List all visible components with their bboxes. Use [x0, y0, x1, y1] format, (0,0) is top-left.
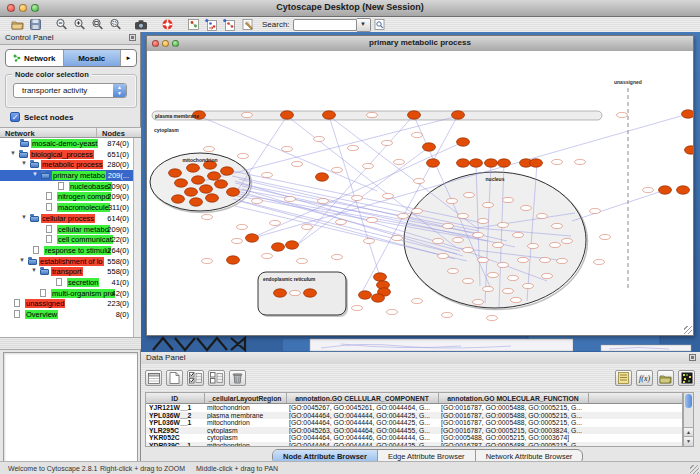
open-file-button[interactable]	[10, 18, 24, 31]
network-node[interactable]	[281, 111, 294, 119]
network-node-label[interactable]	[442, 312, 453, 317]
network-node-label[interactable]	[262, 253, 273, 258]
network-node[interactable]	[175, 179, 188, 187]
table-row[interactable]: YJR121W__1mitochondrion[GO:0045267, GO:0…	[146, 404, 683, 412]
scroll-down-icon[interactable]: ▼	[684, 436, 693, 446]
network-node-label[interactable]	[513, 232, 524, 237]
network-node[interactable]	[206, 194, 219, 202]
network-node-label[interactable]	[463, 247, 474, 252]
zoom-out-button[interactable]	[54, 18, 68, 31]
tree-row[interactable]: cell communicat22(0)	[0, 234, 133, 245]
network-node-label[interactable]	[473, 232, 484, 237]
network-node-label[interactable]	[503, 288, 514, 293]
network-node-label[interactable]	[352, 305, 363, 310]
network-node-label[interactable]	[447, 198, 458, 203]
network-node[interactable]	[530, 159, 543, 167]
network-node-label[interactable]	[348, 145, 359, 150]
network-node[interactable]	[682, 110, 694, 118]
network-node[interactable]	[408, 111, 421, 119]
network-merge-button[interactable]	[204, 18, 218, 31]
network-node[interactable]	[659, 186, 672, 194]
network-node-label[interactable]	[562, 238, 573, 243]
table-column-header[interactable]: annotation.GO CELLULAR_COMPONENT	[286, 393, 438, 404]
network-node-label[interactable]	[433, 238, 444, 243]
network-node-label[interactable]	[575, 159, 586, 164]
network-node[interactable]	[274, 289, 287, 297]
network-node-label[interactable]	[488, 272, 499, 277]
network-node-label[interactable]	[292, 161, 303, 166]
network-canvas[interactable]: plasma membranecytoplasmmitochondrionnuc…	[147, 51, 693, 335]
zoom-fit-button[interactable]	[90, 18, 104, 31]
network-node-label[interactable]	[464, 192, 475, 197]
save-button[interactable]	[28, 18, 42, 31]
network-node-label[interactable]	[290, 290, 301, 295]
float-panel-icon[interactable]	[129, 34, 136, 41]
network-style-button[interactable]	[222, 18, 236, 31]
tab-overflow-arrow-icon[interactable]: ►	[121, 50, 136, 66]
network-node[interactable]	[316, 173, 329, 181]
network-node-label[interactable]	[463, 278, 474, 283]
formula-button[interactable]: f(x)	[636, 370, 653, 386]
network-node-label[interactable]	[414, 178, 425, 183]
search-dropdown-button[interactable]: ▼	[357, 18, 371, 32]
float-panel-icon[interactable]	[689, 354, 696, 361]
tree-row[interactable]: response to stimulu264(0)	[0, 245, 133, 256]
network-node-label[interactable]	[387, 309, 398, 314]
network-node-label[interactable]	[523, 283, 534, 288]
network-node-label[interactable]	[487, 315, 498, 320]
select-nodes-checkbox[interactable]: ✓	[10, 112, 20, 122]
network-node[interactable]	[192, 176, 205, 184]
tree-row[interactable]: Overview8(0)	[0, 309, 133, 320]
annotation-button[interactable]	[186, 18, 200, 31]
network-node-label[interactable]	[242, 112, 253, 117]
network-node-label[interactable]	[202, 258, 213, 263]
network-node-label[interactable]	[473, 299, 484, 304]
network-node-label[interactable]	[412, 208, 423, 213]
network-node-label[interactable]	[590, 208, 601, 213]
tree-column-nodes[interactable]: Nodes	[97, 128, 125, 137]
network-node[interactable]	[372, 294, 385, 302]
network-node-label[interactable]	[521, 205, 532, 210]
tree-row[interactable]: ▼cellular process614(0)	[0, 213, 133, 224]
table-row[interactable]: YKR052Ccytoplasm[GO:0044464, GO:0044446,…	[146, 434, 683, 442]
network-node[interactable]	[423, 143, 436, 151]
network-node-label[interactable]	[518, 257, 529, 262]
window-titlebar[interactable]: Cytoscape Desktop (New Session)	[0, 0, 700, 17]
matrix-browser-button[interactable]	[678, 370, 695, 386]
network-node[interactable]	[323, 111, 336, 119]
search-options-button[interactable]	[373, 18, 387, 31]
network-node-label[interactable]	[540, 257, 551, 262]
network-node-label[interactable]	[448, 268, 459, 273]
network-window-titlebar[interactable]: primary metabolic process	[147, 36, 693, 52]
network-node-label[interactable]	[600, 234, 611, 239]
network-node[interactable]	[359, 291, 372, 299]
network-node-label[interactable]	[204, 146, 215, 151]
help-button[interactable]	[160, 18, 174, 31]
select-attributes-button[interactable]	[187, 370, 204, 386]
tree-row[interactable]: macromolecule311(0)	[0, 202, 133, 213]
expand-arrow-icon[interactable]: ▼	[21, 160, 27, 166]
table-row[interactable]: YDR039C__1mitochondrion[GO:0044464, GO:0…	[146, 442, 683, 448]
table-scrollbar[interactable]: ▲ ▼	[683, 392, 694, 447]
table-column-header[interactable]: annotation.GO MOLECULAR_FUNCTION	[438, 393, 588, 404]
network-node-label[interactable]	[542, 273, 553, 278]
network-node-label[interactable]	[483, 286, 494, 291]
network-node-label[interactable]	[552, 223, 563, 228]
app-resize-grip[interactable]	[690, 465, 699, 474]
network-node-label[interactable]	[511, 297, 522, 302]
network-node-label[interactable]	[443, 223, 454, 228]
snapshot-button[interactable]	[134, 18, 148, 31]
network-node-label[interactable]	[528, 243, 539, 248]
network-node[interactable]	[485, 159, 498, 167]
attribute-table-button[interactable]	[145, 370, 162, 386]
network-node[interactable]	[304, 289, 317, 297]
network-node[interactable]	[246, 234, 259, 242]
network-node-label[interactable]	[352, 195, 363, 200]
tree-row[interactable]: multi-organism pro42(0)	[0, 288, 133, 299]
network-node-label[interactable]	[394, 159, 405, 164]
tree-row[interactable]: ▼metabolic process280(0)	[0, 159, 133, 170]
expand-arrow-icon[interactable]: ▼	[31, 267, 37, 273]
tab-network[interactable]: Network	[6, 50, 64, 66]
network-node-label[interactable]	[282, 146, 293, 151]
tree-row[interactable]: cellular metabo209(0)	[0, 224, 133, 235]
